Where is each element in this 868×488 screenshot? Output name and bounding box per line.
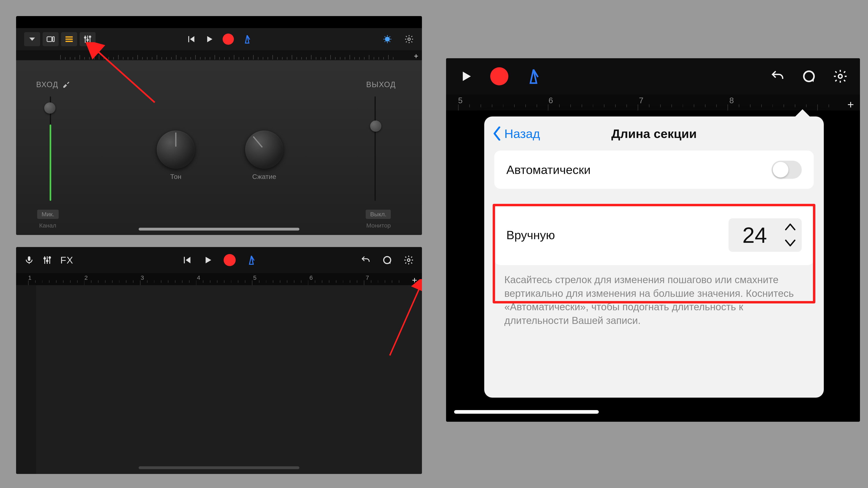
play-button[interactable] (204, 34, 215, 44)
view-mode-button[interactable] (42, 32, 59, 46)
transport-controls (186, 34, 252, 45)
metronome-button[interactable] (524, 67, 542, 85)
timeline-ruler[interactable]: 5678 (446, 94, 860, 110)
undo-button[interactable] (770, 69, 785, 84)
svg-point-5 (84, 37, 86, 38)
add-section-button[interactable]: + (847, 98, 854, 111)
rewind-button[interactable] (181, 255, 192, 266)
brush-icon (62, 81, 70, 89)
toolbar-right-group (770, 69, 848, 84)
automatic-row[interactable]: Автоматически (494, 151, 814, 189)
back-button[interactable]: Назад (492, 127, 540, 141)
svg-point-7 (89, 36, 91, 38)
toolbar-right-group (361, 255, 414, 265)
track-header-column[interactable] (16, 285, 36, 474)
home-indicator (454, 410, 599, 414)
rewind-button[interactable] (186, 34, 196, 44)
screenshot-tracks-view: FX 1234567 (16, 247, 422, 474)
mic-icon[interactable] (24, 255, 34, 265)
home-indicator (138, 228, 299, 231)
metronome-button[interactable] (242, 34, 252, 44)
svg-point-13 (49, 257, 51, 258)
track-area[interactable] (36, 285, 422, 474)
svg-point-15 (407, 259, 410, 261)
svg-point-17 (804, 71, 814, 82)
manual-row: Вручную 24 (494, 205, 814, 265)
play-button[interactable] (458, 68, 474, 84)
compression-knob-label: Сжатие (245, 173, 283, 181)
svg-point-8 (385, 37, 390, 41)
settings-gear-icon[interactable] (833, 69, 848, 84)
home-indicator (138, 466, 299, 469)
tone-knob-label: Тон (157, 173, 195, 181)
ruler-numbers: 5678 (446, 96, 860, 105)
tuning-icon[interactable] (382, 34, 392, 44)
channel-label: Канал (39, 222, 56, 229)
mixer-icon[interactable] (42, 255, 52, 265)
fx-button[interactable]: FX (60, 255, 73, 266)
monitor-off-button[interactable]: Выкл. (366, 210, 391, 219)
hint-text: Касайтесь стрелок для изменения пошагово… (504, 273, 804, 327)
screenshot-section-length-popover: 5678 + Назад Длина секции Автоматически … (446, 58, 860, 422)
loop-button[interactable] (382, 255, 393, 265)
toolbar-right-group (382, 34, 414, 44)
manual-label: Вручную (506, 228, 555, 242)
metronome-button[interactable] (246, 255, 257, 266)
svg-point-14 (384, 257, 391, 264)
toolbar-left-group (24, 32, 96, 46)
popover-header: Назад Длина секции (484, 117, 824, 151)
record-button[interactable] (224, 254, 236, 266)
monitor-label: Монитор (366, 222, 391, 229)
automatic-label: Автоматически (506, 163, 591, 177)
svg-point-9 (408, 38, 410, 40)
add-section-button[interactable]: + (412, 275, 417, 285)
settings-gear-icon[interactable] (404, 34, 414, 44)
svg-rect-3 (65, 38, 73, 40)
back-label: Назад (504, 127, 540, 141)
loop-button[interactable] (801, 69, 816, 84)
svg-point-12 (46, 260, 48, 262)
input-level-meter (50, 125, 51, 201)
tracks-view-button[interactable] (61, 32, 77, 46)
transport-controls (458, 67, 542, 85)
automatic-toggle[interactable] (772, 161, 802, 179)
recorder-body: ВХОД ВЫХОД Тон Сжатие Мик. Выкл. Канал М… (16, 60, 422, 235)
svg-point-6 (87, 39, 88, 41)
output-slider-thumb[interactable] (370, 121, 381, 132)
manual-value[interactable]: 24 (735, 222, 775, 248)
toolbar: FX (16, 247, 422, 273)
input-slider-thumb[interactable] (44, 102, 56, 114)
timeline-ruler[interactable]: 1234567 (16, 273, 422, 285)
output-slider-track[interactable] (374, 96, 376, 201)
mic-button[interactable]: Мик. (37, 210, 59, 219)
section-length-popover: Назад Длина секции Автоматически Вручную… (484, 117, 824, 398)
add-section-button[interactable]: + (414, 52, 418, 60)
stepper-down-button[interactable] (785, 239, 796, 247)
toolbar (16, 28, 422, 50)
svg-rect-4 (65, 41, 73, 42)
record-button[interactable] (490, 67, 508, 85)
play-button[interactable] (202, 255, 214, 266)
timeline-ruler[interactable] (16, 50, 422, 60)
manual-stepper[interactable]: 24 (728, 218, 802, 252)
svg-rect-2 (65, 36, 73, 38)
toolbar-left-group: FX (24, 255, 73, 266)
record-button[interactable] (223, 34, 234, 45)
svg-rect-1 (53, 37, 54, 41)
svg-rect-0 (47, 37, 52, 41)
output-label: ВЫХОД (366, 80, 396, 89)
stepper-up-button[interactable] (785, 223, 796, 231)
compression-knob[interactable] (245, 131, 283, 169)
undo-button[interactable] (361, 255, 371, 265)
transport-controls (181, 254, 257, 266)
svg-point-11 (44, 258, 45, 259)
svg-point-18 (838, 74, 842, 78)
mixer-button[interactable] (80, 32, 96, 46)
screenshot-recorder-view: (function(){ const r=document.currentScr… (16, 16, 422, 235)
toolbar (446, 58, 860, 94)
settings-gear-icon[interactable] (403, 255, 414, 265)
tone-knob[interactable] (157, 131, 195, 169)
browser-dropdown-button[interactable] (24, 32, 40, 46)
ruler-numbers: 1234567 (16, 274, 422, 281)
input-label: ВХОД (36, 80, 70, 89)
